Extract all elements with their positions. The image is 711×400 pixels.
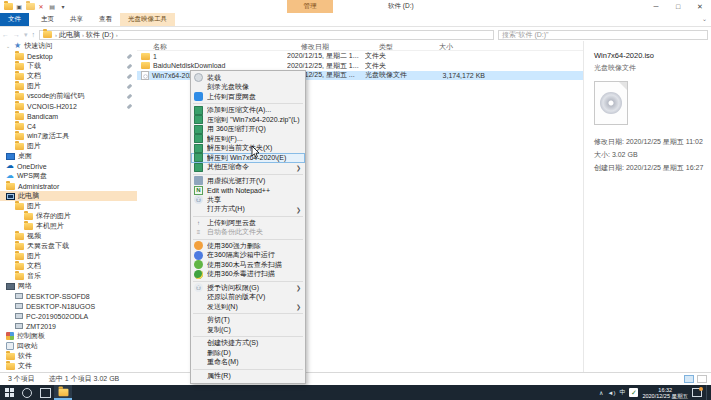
sidebar-item[interactable]: 控制面板 (0, 331, 137, 341)
sidebar-item[interactable]: 文档 (0, 261, 137, 271)
sidebar-item[interactable]: 音乐 (0, 271, 137, 281)
start-button[interactable] (0, 385, 18, 400)
breadcrumb[interactable]: ›此电脑›软件 (D:)› (39, 30, 494, 40)
expand-caret-icon[interactable]: ⌄ (6, 43, 11, 49)
sidebar-item[interactable]: Bandicam (0, 111, 137, 121)
tab-file[interactable]: 文件 (0, 13, 29, 26)
sidebar-item[interactable]: ☁WPS网盘 (0, 171, 137, 181)
paste-icon[interactable]: ▤ (48, 3, 56, 11)
details-view-icon[interactable] (684, 375, 694, 383)
maximize-button[interactable]: □ (667, 0, 689, 13)
sidebar-item[interactable]: 软件 (0, 351, 137, 361)
file-row[interactable]: BaiduNetdiskDownload2020/12/25, 星期五 1...… (137, 61, 583, 70)
menu-item-22[interactable]: 使用360木马云查杀扫描 (191, 260, 305, 270)
menu-item-20[interactable]: 使用360强力删除 (191, 241, 305, 251)
menu-item-30[interactable]: 复制(C) (191, 325, 305, 335)
sidebar-item[interactable]: 图片 (0, 251, 137, 261)
column-header[interactable]: 大小 (425, 42, 495, 52)
sidebar-item[interactable]: 网络 (0, 281, 137, 291)
sidebar-item[interactable]: DESKTOP-SSOFD8 (0, 291, 137, 301)
menu-item-0[interactable]: 装载 (191, 73, 305, 83)
sidebar-item[interactable]: win7激活工具 (0, 131, 137, 141)
sidebar-item[interactable]: 桌面 (0, 151, 137, 161)
menu-item-12[interactable]: 用虚拟光驱打开(V) (191, 176, 305, 186)
ribbon-expand-icon[interactable]: ⌄ (702, 15, 707, 22)
column-header[interactable]: 名称 (137, 42, 287, 52)
menu-item-29[interactable]: 剪切(T) (191, 316, 305, 326)
menu-item-8[interactable]: 解压到当前文件夹(X) (191, 144, 305, 154)
menu-item-33[interactable]: 删除(D) (191, 348, 305, 358)
delete-icon[interactable]: ✕ (37, 3, 45, 11)
menu-item-32[interactable]: 创建快捷方式(S) (191, 339, 305, 349)
sidebar-item[interactable]: 文件 (0, 361, 137, 371)
menu-item-7[interactable]: 解压到(F)... (191, 134, 305, 144)
properties-icon[interactable]: ▣ (15, 3, 23, 11)
menu-item-10[interactable]: 其他压缩命令❯ (191, 163, 305, 173)
menu-item-34[interactable]: 重命名(M) (191, 358, 305, 368)
menu-item-21[interactable]: 在360隔离沙箱中运行 (191, 251, 305, 261)
task-view-icon[interactable] (36, 385, 54, 400)
sidebar-item[interactable]: C4 (0, 121, 137, 131)
sidebar-item[interactable]: 视频 (0, 231, 137, 241)
tray-app-icon[interactable]: ✓ (629, 388, 638, 397)
sidebar-item[interactable]: 图片 (0, 141, 137, 151)
minimize-button[interactable]: ─ (645, 0, 667, 13)
history-dropdown-icon[interactable]: ▾ (22, 31, 30, 39)
menu-item-36[interactable]: 属性(R) (191, 371, 305, 381)
search-icon[interactable] (18, 385, 36, 400)
volume-icon[interactable]: ◄) (608, 390, 616, 396)
menu-item-4[interactable]: 添加到压缩文件(A)... (191, 106, 305, 116)
sidebar-item[interactable]: 本机照片 (0, 221, 137, 231)
taskbar-clock[interactable]: 16:32 2020/12/25 星期五 (642, 387, 688, 399)
notification-center-icon[interactable] (692, 388, 702, 397)
sidebar-item[interactable]: 此电脑 (0, 191, 137, 201)
menu-item-14[interactable]: ⚇共享 (191, 195, 305, 205)
up-button[interactable]: ↑ (30, 31, 38, 38)
sidebar-item[interactable]: 天翼云盘下载 (0, 241, 137, 251)
tab-disc-tools[interactable]: 光盘映像工具 (120, 13, 175, 26)
breadcrumb-item[interactable]: 此电脑 (59, 30, 80, 40)
menu-item-9[interactable]: 解压到 Win7x64-2020\(E) (191, 153, 305, 163)
tab-share[interactable]: 共享 (62, 13, 91, 26)
menu-item-6[interactable]: 用 360压缩打开(Q) (191, 125, 305, 135)
menu-item-13[interactable]: NEdit with Notepad++ (191, 186, 305, 196)
sidebar-item[interactable]: 保存的图片 (0, 211, 137, 221)
sidebar-item[interactable]: Administrator (0, 181, 137, 191)
file-explorer-taskbar-icon[interactable] (54, 385, 72, 400)
tab-home[interactable]: 主页 (33, 13, 62, 26)
sidebar-item[interactable]: ⌄★快速访问 (0, 41, 137, 51)
new-folder-icon[interactable] (26, 3, 34, 11)
thumbnail-view-icon[interactable] (697, 375, 707, 383)
sidebar-item[interactable]: Desktop (0, 51, 137, 61)
menu-item-23[interactable]: 使用360杀毒进行扫描 (191, 270, 305, 280)
tab-view[interactable]: 查看 (91, 13, 120, 26)
sidebar-item[interactable]: vscode的前端代码 (0, 91, 137, 101)
menu-item-1[interactable]: 刻录光盘映像 (191, 83, 305, 93)
sidebar-item[interactable]: 图片 (0, 201, 137, 211)
sidebar-item[interactable]: 回收站 (0, 341, 137, 351)
sidebar-item[interactable]: 图片 (0, 81, 137, 91)
menu-item-5[interactable]: 压缩到 "Win7x64-2020.zip"(L) (191, 115, 305, 125)
close-button[interactable]: ✕ (689, 0, 711, 13)
menu-item-25[interactable]: ⚇授予访问权限(G)❯ (191, 283, 305, 293)
ime-indicator[interactable]: 中 (619, 388, 625, 397)
sidebar-item[interactable]: PC-20190502ODLA (0, 311, 137, 321)
search-input[interactable]: 搜索"软件 (D:)" (498, 30, 708, 40)
menu-item-26[interactable]: 还原以前的版本(V) (191, 293, 305, 303)
sidebar-item[interactable]: ZMT2019 (0, 321, 137, 331)
back-button[interactable]: ← (0, 31, 11, 38)
sidebar-item[interactable]: ☁OneDrive (0, 161, 137, 171)
menu-item-27[interactable]: 发送到(N)❯ (191, 302, 305, 312)
sidebar-item[interactable]: VCNOIS-H2012 (0, 101, 137, 111)
menu-item-2[interactable]: 上传到百度网盘 (191, 92, 305, 102)
sidebar-item[interactable]: 下载 (0, 61, 137, 71)
breadcrumb-item[interactable]: 软件 (D:) (86, 30, 114, 40)
tray-chevron-up-icon[interactable]: ∧ (599, 389, 603, 396)
menu-item-15[interactable]: 打开方式(H)❯ (191, 205, 305, 215)
forward-button[interactable]: → (11, 31, 22, 38)
menu-item-17[interactable]: ↑上传到阿里云盘 (191, 218, 305, 228)
sidebar-item[interactable]: 文档 (0, 71, 137, 81)
file-row[interactable]: 12020/12/15, 星期二 1...文件夹 (137, 52, 583, 61)
show-desktop-button[interactable] (706, 385, 709, 400)
chevron-down-icon[interactable]: ▾ (59, 3, 67, 11)
